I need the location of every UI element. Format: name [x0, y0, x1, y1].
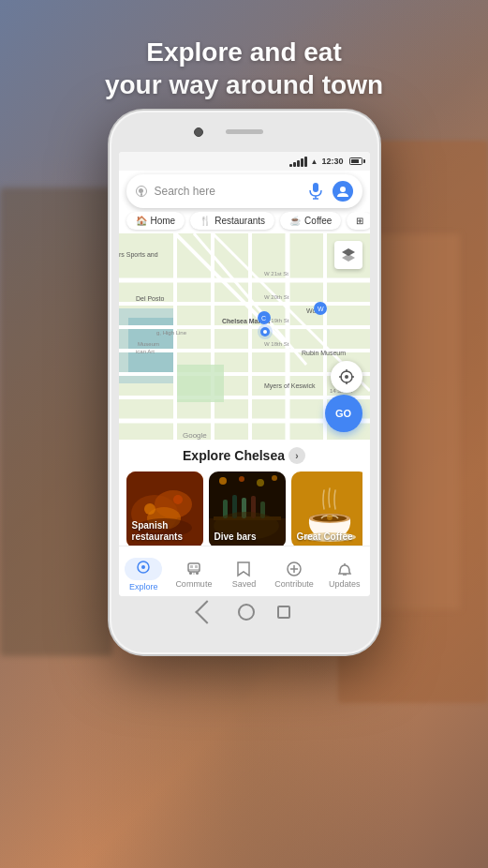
location-button[interactable]	[331, 361, 362, 393]
nav-commute[interactable]: Commute	[169, 555, 219, 589]
svg-point-57	[144, 503, 155, 515]
search-bar[interactable]: Search here	[126, 174, 362, 208]
signal-bar-2	[293, 162, 296, 167]
hero-title-text: Explore and eatyour way around town	[105, 37, 383, 99]
cat-card-bars[interactable]: Dive bars	[209, 471, 286, 548]
nav-saved[interactable]: Saved	[219, 555, 270, 589]
phone-screen: ▲ 12:30 Search here	[119, 152, 370, 596]
svg-point-40	[263, 330, 267, 334]
bg-building-right2	[366, 234, 460, 609]
svg-point-3	[340, 187, 346, 192]
svg-point-80	[141, 565, 145, 569]
updates-icon	[337, 561, 352, 577]
cards-row: Spanish restaurants	[126, 471, 362, 548]
svg-text:Google: Google	[183, 431, 207, 440]
nav-updates-label: Updates	[329, 579, 361, 589]
phone-speaker	[226, 129, 263, 134]
search-home-icon	[136, 186, 147, 197]
search-input[interactable]: Search here	[155, 185, 299, 198]
bottom-nav: Explore Commute Saved	[119, 546, 370, 596]
svg-rect-81	[188, 563, 200, 572]
phone-back-button[interactable]	[195, 600, 218, 623]
svg-text:W 18th St: W 18th St	[264, 341, 289, 347]
svg-text:Museum: Museum	[138, 341, 159, 347]
status-bar: ▲ 12:30	[119, 152, 370, 171]
chip-restaurants-label: Restaurants	[214, 216, 265, 226]
explore-header: Explore Chelsea ›	[126, 447, 362, 464]
home-chip-icon: 🏠	[136, 216, 147, 226]
chip-coffee-label: Coffee	[304, 216, 332, 226]
explore-arrow-button[interactable]: ›	[288, 447, 305, 464]
svg-point-68	[219, 477, 227, 485]
bg-building-left	[0, 187, 112, 656]
phone-nav-buttons	[110, 604, 379, 621]
nav-updates[interactable]: Updates	[319, 555, 370, 589]
svg-text:rs Sports and: rs Sports and	[119, 251, 158, 259]
go-button[interactable]: GO	[325, 395, 362, 432]
svg-text:Rubin Museum: Rubin Museum	[302, 350, 346, 356]
restaurants-chip-icon: 🍴	[200, 216, 211, 226]
signal-bar-4	[301, 158, 303, 167]
svg-point-86	[196, 572, 199, 575]
svg-point-48	[345, 375, 348, 379]
chip-restaurants[interactable]: 🍴 Restaurants	[190, 212, 274, 230]
saved-icon	[236, 561, 251, 577]
hero-title: Explore and eatyour way around town	[0, 36, 488, 101]
chip-home-label: Home	[151, 216, 176, 226]
phone-recents-button[interactable]	[277, 606, 290, 619]
map-area[interactable]: Google Chelsea Market Work Rubin Museum …	[119, 233, 370, 440]
svg-text:C: C	[261, 315, 266, 322]
svg-rect-83	[195, 565, 198, 568]
svg-point-71	[272, 475, 277, 481]
explore-section: Explore Chelsea ›	[119, 440, 370, 552]
svg-marker-46	[342, 254, 355, 262]
avatar-icon	[336, 185, 349, 198]
svg-point-69	[239, 476, 244, 482]
svg-point-85	[189, 572, 192, 575]
svg-point-70	[257, 479, 264, 486]
svg-rect-0	[313, 183, 318, 192]
chip-home[interactable]: 🏠 Home	[126, 212, 185, 230]
svg-rect-87	[193, 572, 195, 575]
cat-card-spanish[interactable]: Spanish restaurants	[126, 471, 203, 548]
go-label: GO	[335, 408, 351, 419]
svg-point-58	[173, 495, 183, 504]
status-time: 12:30	[321, 157, 343, 166]
cat-card-coffee[interactable]: Great Coffee	[291, 471, 362, 548]
chip-more[interactable]: ⊞	[347, 212, 369, 230]
svg-text:ican Art: ican Art	[136, 349, 155, 354]
svg-point-77	[327, 515, 333, 520]
nav-explore-label: Explore	[129, 582, 158, 591]
wifi-icon: ▲	[311, 157, 318, 166]
cat-card-coffee-label: Great Coffee	[297, 531, 362, 543]
battery-icon	[349, 157, 362, 165]
battery-fill	[351, 159, 359, 163]
commute-icon	[185, 561, 202, 577]
signal-bar-3	[297, 160, 300, 167]
nav-saved-label: Saved	[232, 579, 257, 589]
phone-camera	[194, 127, 203, 137]
avatar-button[interactable]	[333, 181, 353, 202]
svg-text:Del Posto: Del Posto	[136, 295, 164, 302]
svg-text:Myers of Keswick: Myers of Keswick	[264, 382, 316, 390]
svg-text:W 20th St: W 20th St	[264, 294, 289, 300]
cat-card-spanish-label: Spanish restaurants	[132, 520, 200, 543]
explore-nav-icon	[136, 560, 151, 575]
signal-bars	[289, 157, 307, 167]
svg-text:g, High Line: g, High Line	[156, 330, 187, 336]
explore-title: Explore Chelsea	[183, 448, 285, 463]
svg-rect-22	[177, 365, 224, 402]
more-chip-icon: ⊞	[356, 216, 363, 226]
chip-coffee[interactable]: ☕ Coffee	[280, 212, 341, 230]
mic-icon	[309, 183, 322, 200]
nav-contribute[interactable]: Contribute	[269, 555, 319, 589]
map-layers-button[interactable]	[334, 241, 362, 269]
cat-card-bars-label: Dive bars	[214, 531, 282, 543]
chips-row: 🏠 Home 🍴 Restaurants ☕ Coffee ⊞	[119, 212, 370, 233]
nav-explore[interactable]: Explore	[119, 552, 170, 591]
contribute-icon	[286, 561, 303, 577]
phone-home-button[interactable]	[238, 604, 255, 621]
mic-button[interactable]	[306, 182, 325, 201]
phone-device: ▲ 12:30 Search here	[110, 111, 379, 654]
signal-bar-5	[304, 157, 307, 167]
